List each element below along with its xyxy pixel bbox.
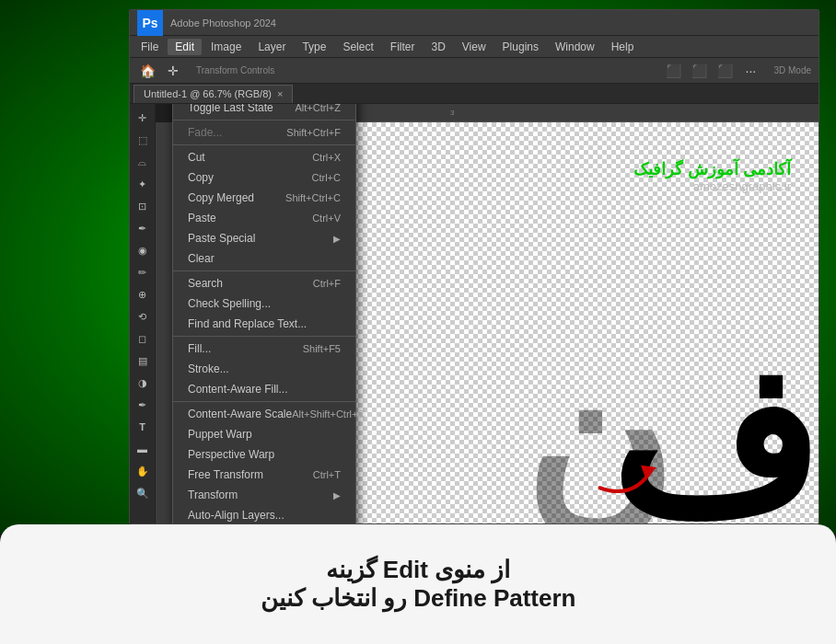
menu-puppet-warp[interactable]: Puppet Warp [173,424,355,444]
menu-file[interactable]: File [134,39,166,55]
top-toolbar: 🏠 ✛ Transform Controls ⬛ ⬛ ⬛ ··· 3D Mode [130,58,819,84]
tool-pen[interactable]: ✒ [133,395,153,415]
menu-filter[interactable]: Filter [383,39,423,55]
tool-wand[interactable]: ✦ [133,174,153,194]
watermark-overlay: آکادمی آموزش گرافیک amozeshgraphic.ir [633,159,791,193]
controls-label: Transform Controls [196,65,274,75]
menu-search[interactable]: Search Ctrl+F [173,273,355,293]
tool-eyedropper[interactable]: ✒ [133,218,153,238]
menu-cut[interactable]: Cut Ctrl+X [173,147,355,167]
menu-select[interactable]: Select [335,39,380,55]
menu-clear[interactable]: Clear [173,248,355,269]
bottom-text-line2: Define Pattern رو انتخاب کنین [261,584,576,613]
menu-perspective-warp[interactable]: Perspective Warp [173,444,355,465]
menu-type[interactable]: Type [295,39,333,55]
menu-content-aware-fill[interactable]: Content-Aware Fill... [173,379,355,399]
menu-plugins[interactable]: Plugins [495,39,546,55]
tool-hand[interactable]: ✋ [133,461,153,481]
menu-fade[interactable]: Fade... Shift+Ctrl+F [173,122,355,143]
menu-edit[interactable]: Edit [168,39,202,55]
title-bar: Ps Adobe Photoshop 2024 [130,10,819,36]
menu-find-replace[interactable]: Find and Replace Text... [173,314,355,334]
bottom-section: از منوی Edit گزینه Define Pattern رو انت… [0,524,836,644]
tool-lasso[interactable]: ⌓ [133,152,153,172]
tab-bar: Untitled-1 @ 66.7% (RGB/8) × [130,84,819,104]
menu-free-transform[interactable]: Free Transform Ctrl+T [173,465,355,485]
align-left-icon[interactable]: ⬛ [663,61,683,81]
separator-2 [173,144,355,145]
menu-image[interactable]: Image [203,39,249,55]
align-center-icon[interactable]: ⬛ [689,61,709,81]
tool-text[interactable]: T [133,417,153,437]
ps-canvas: 1 2 3 آکادمی آموزش گرافیک amozeshgraphic… [156,104,819,523]
menu-view[interactable]: View [455,39,493,55]
separator-1 [173,120,355,121]
move-icon[interactable]: ✛ [163,61,183,81]
menu-auto-align[interactable]: Auto-Align Layers... [173,505,355,523]
ruler-vertical [156,122,174,523]
edit-dropdown-menu: Undo Trim Ctrl+Z Redo Shift+Ctrl+Z Toggl… [172,104,356,523]
tool-brush[interactable]: ✏ [133,262,153,282]
align-right-icon[interactable]: ⬛ [714,61,735,81]
svg-marker-0 [641,461,659,479]
menu-toggle-last-state[interactable]: Toggle Last State Alt+Ctrl+Z [173,104,355,118]
ps-logo: Ps [137,10,163,36]
tool-shape[interactable]: ▬ [133,439,153,459]
menu-bar[interactable]: File Edit Image Layer Type Select Filter… [130,36,819,58]
menu-fill[interactable]: Fill... Shift+F5 [173,339,355,359]
photoshop-window: Ps Adobe Photoshop 2024 File Edit Image … [129,9,819,524]
left-toolbar: ✛ ⬚ ⌓ ✦ ⊡ ✒ ◉ ✏ ⊕ ⟲ ◻ ▤ ◑ ✒ T ▬ ✋ 🔍 [130,104,156,523]
menu-3d[interactable]: 3D [424,39,452,55]
content-area: ✛ ⬚ ⌓ ✦ ⊡ ✒ ◉ ✏ ⊕ ⟲ ◻ ▤ ◑ ✒ T ▬ ✋ 🔍 1 2 … [130,104,819,523]
menu-transform[interactable]: Transform ▶ [173,485,355,505]
menu-content-aware-scale[interactable]: Content-Aware Scale Alt+Shift+Ctrl+C [173,404,355,424]
menu-copy-merged[interactable]: Copy Merged Shift+Ctrl+C [173,188,355,208]
menu-help[interactable]: Help [604,39,642,55]
tab-close[interactable]: × [277,88,283,99]
menu-window[interactable]: Window [548,39,602,55]
tool-gradient[interactable]: ▤ [133,351,153,371]
menu-copy[interactable]: Copy Ctrl+C [173,167,355,188]
tool-zoom[interactable]: 🔍 [133,483,153,503]
menu-paste-special[interactable]: Paste Special ▶ [173,228,355,248]
tool-eraser[interactable]: ◻ [133,328,153,349]
separator-4 [173,336,355,337]
more-icon[interactable]: ··· [740,61,761,81]
tool-spot-heal[interactable]: ◉ [133,240,153,260]
3d-mode-label: 3D Mode [773,65,811,75]
canvas-tab-label: Untitled-1 @ 66.7% (RGB/8) [144,88,272,99]
tool-history[interactable]: ⟲ [133,306,153,327]
home-icon[interactable]: 🏠 [137,61,157,81]
separator-3 [173,270,355,271]
separator-5 [173,401,355,402]
menu-layer[interactable]: Layer [250,39,293,55]
tool-clone[interactable]: ⊕ [133,284,153,305]
arabic-text: آکادمی آموزش گرافیک [633,159,791,179]
bottom-text-line1: از منوی Edit گزینه [326,556,511,584]
menu-paste[interactable]: Paste Ctrl+V [173,208,355,228]
tool-dodge[interactable]: ◑ [133,373,153,393]
tool-move[interactable]: ✛ [133,108,153,128]
window-title: Adobe Photoshop 2024 [170,17,276,29]
url-text: amozeshgraphic.ir [633,179,791,193]
menu-check-spelling[interactable]: Check Spelling... [173,293,355,314]
tool-select[interactable]: ⬚ [133,130,153,150]
tool-crop[interactable]: ⊡ [133,196,153,216]
menu-stroke[interactable]: Stroke... [173,359,355,379]
canvas-tab[interactable]: Untitled-1 @ 66.7% (RGB/8) × [134,85,293,103]
